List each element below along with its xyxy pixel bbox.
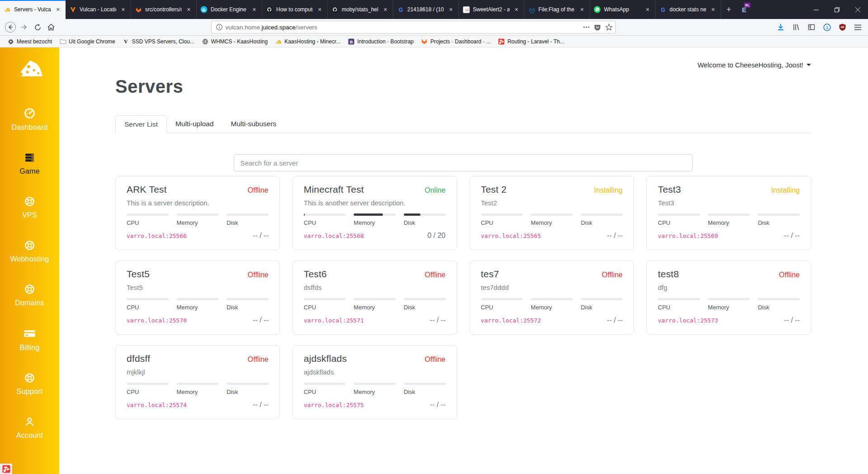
- server-card[interactable]: Test 2InstallingTest2CPUMemoryDiskvarro.…: [470, 176, 634, 250]
- card-header: Minecraft TestOnline: [304, 184, 446, 195]
- browser-tab[interactable]: How to compute✕: [262, 0, 328, 19]
- close-window-button[interactable]: [847, 0, 868, 19]
- sidebars-icon[interactable]: [805, 20, 818, 34]
- cheesehosting-logo-icon[interactable]: [15, 56, 44, 80]
- user-menu[interactable]: Welcome to CheeseHosting, Joost!: [115, 60, 811, 69]
- resource-labels: CPUMemoryDisk: [481, 219, 623, 226]
- dashboard-icon: [24, 107, 36, 119]
- restore-button[interactable]: [826, 0, 847, 19]
- sidebar-item-vps[interactable]: VPS: [0, 190, 59, 226]
- search-input[interactable]: [234, 154, 693, 171]
- bookmark-item[interactable]: BIntroduction · Bootstrap: [345, 37, 416, 46]
- browser-tab[interactable]: G21418618 / (1000✕: [393, 0, 459, 19]
- page-actions-icon[interactable]: [583, 26, 590, 28]
- library-icon[interactable]: [789, 20, 803, 34]
- server-card[interactable]: dfdsffOfflinemjklkjlCPUMemoryDiskvarro.l…: [115, 345, 280, 419]
- page-tabs: Server ListMulti-uploadMulti-subusers: [115, 115, 811, 133]
- tab-title: How to compute: [276, 6, 313, 13]
- tab-close-icon[interactable]: ✕: [578, 6, 586, 14]
- tab-close-icon[interactable]: ✕: [119, 6, 127, 14]
- tab-server-list[interactable]: Server List: [115, 115, 167, 133]
- bookmark-item[interactable]: KaasHosting - Minecr...: [272, 37, 343, 46]
- bookmark-item[interactable]: Meest bezocht: [5, 37, 55, 46]
- cpu-progress-bar: [658, 298, 700, 300]
- new-tab-button[interactable]: +: [721, 0, 736, 19]
- tab-close-icon[interactable]: ✕: [447, 6, 455, 14]
- tab-close-icon[interactable]: ✕: [709, 6, 717, 14]
- home-button[interactable]: [44, 20, 58, 34]
- server-card[interactable]: tes7Offlinetes7ddddCPUMemoryDiskvarro.lo…: [470, 261, 634, 335]
- tab-close-icon[interactable]: ✕: [54, 6, 62, 14]
- svg-text:u0: u0: [840, 25, 844, 28]
- server-card[interactable]: Test5OfflineTest5CPUMemoryDiskvarro.loca…: [115, 261, 280, 335]
- forward-button[interactable]: [17, 20, 31, 34]
- browser-tab[interactable]: Vulcan - Location✕: [66, 0, 131, 19]
- sidebar-item-domains[interactable]: Domains: [0, 277, 59, 313]
- server-address: varro.local:25572: [481, 317, 541, 324]
- tab-close-icon[interactable]: ✕: [250, 6, 258, 14]
- browser-tab[interactable]: Gdocker stats net i✕: [656, 0, 721, 19]
- server-card[interactable]: Test6OfflinedsffdsCPUMemoryDiskvarro.loc…: [292, 261, 457, 335]
- server-name: ajdskflads: [304, 353, 347, 364]
- tab-close-icon[interactable]: ✕: [316, 6, 324, 14]
- onepassword-icon[interactable]: 1: [820, 20, 834, 34]
- sidebar-item-account[interactable]: Account: [0, 410, 59, 446]
- back-button[interactable]: [4, 20, 17, 34]
- bookmark-item[interactable]: VSSD VPS Servers, Clou...: [120, 37, 197, 46]
- pocket-save-icon[interactable]: [594, 24, 601, 31]
- status-badge: Offline: [425, 271, 446, 279]
- browser-tab[interactable]: Servers - Vulcan✕: [0, 0, 66, 19]
- menu-icon[interactable]: [851, 20, 864, 34]
- resource-bars: [127, 213, 269, 216]
- browser-tab[interactable]: Docker Engine AP✕: [197, 0, 262, 19]
- server-name: tes7: [481, 269, 500, 280]
- site-info-icon[interactable]: [216, 24, 222, 30]
- reload-button[interactable]: [31, 20, 44, 34]
- minimize-button[interactable]: [806, 0, 826, 19]
- tab-multi-subusers[interactable]: Multi-subusers: [222, 115, 285, 133]
- resource-labels: CPUMemoryDisk: [304, 304, 446, 311]
- browser-tab[interactable]: File:Flag of the N✕: [524, 0, 590, 19]
- sidebar-item-support[interactable]: Support: [0, 366, 59, 402]
- tab-close-icon[interactable]: ✕: [382, 6, 389, 14]
- extension-icon[interactable]: E XL: [736, 0, 752, 19]
- browser-tab[interactable]: moby/stats_helpe✕: [328, 0, 393, 19]
- disk-progress-bar: [581, 298, 623, 300]
- disk-progress-bar: [226, 213, 269, 216]
- server-card[interactable]: ajdskfladsOfflineajdskfladsCPUMemoryDisk…: [292, 345, 457, 419]
- server-card[interactable]: Minecraft TestOnlineThis is another serv…: [292, 176, 457, 250]
- cpu-progress-bar: [304, 383, 346, 385]
- bootstrap-icon: B: [348, 38, 355, 45]
- downloads-icon[interactable]: [774, 20, 788, 34]
- tab-close-icon[interactable]: ✕: [644, 6, 651, 14]
- url-bar[interactable]: vulcan.home.juiced.space/servers: [211, 21, 616, 33]
- server-card[interactable]: ARK TestOfflineThis is a server descript…: [115, 176, 280, 250]
- sidebar-item-game[interactable]: Game: [0, 146, 59, 182]
- browser-tab[interactable]: WhatsApp✕: [590, 0, 656, 19]
- sidebar-item-dashboard[interactable]: Dashboard: [0, 101, 59, 138]
- disk-progress-bar: [758, 213, 800, 216]
- bookmark-item[interactable]: Uit Google Chrome: [57, 37, 118, 46]
- card-footer: varro.local:255680 / 20: [304, 232, 446, 240]
- metric-label: Disk: [226, 219, 269, 226]
- tab-close-icon[interactable]: ✕: [185, 6, 193, 14]
- bookmark-item[interactable]: Projects · Dashboard · ...: [418, 37, 493, 46]
- sidebar-item-billing[interactable]: Billing: [0, 321, 59, 358]
- bookmark-star-icon[interactable]: [605, 24, 613, 31]
- ublock-icon[interactable]: u0: [835, 20, 849, 34]
- cpu-progress-bar: [481, 213, 523, 216]
- bookmark-item[interactable]: WHMCS - KaasHosting: [199, 37, 270, 46]
- server-card[interactable]: test8OfflinedfgCPUMemoryDiskvarro.local:…: [646, 261, 811, 335]
- server-card[interactable]: Test3InstallingTest3CPUMemoryDiskvarro.l…: [646, 176, 811, 250]
- google-favicon: G: [397, 6, 404, 13]
- tab-close-icon[interactable]: ✕: [513, 6, 520, 14]
- bookmark-item[interactable]: Routing - Laravel - Th...: [495, 37, 567, 46]
- browser-tab[interactable]: src/controllers/op✕: [131, 0, 197, 19]
- sidebar-item-webhosting[interactable]: Webhosting: [0, 233, 59, 270]
- svg-text:A: A: [466, 7, 469, 12]
- metric-label: Memory: [177, 304, 219, 311]
- tab-multi-upload[interactable]: Multi-upload: [167, 115, 222, 133]
- metric-label: CPU: [658, 219, 700, 226]
- server-description: dsffds: [304, 284, 446, 291]
- browser-tab[interactable]: SASweetAlert2 - a b✕: [459, 0, 524, 19]
